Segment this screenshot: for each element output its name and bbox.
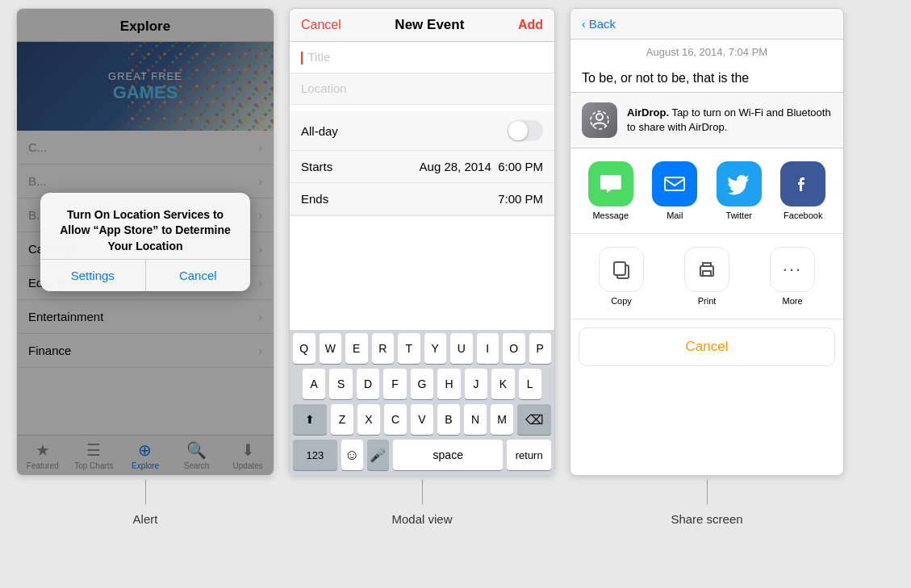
alert-cancel-button[interactable]: Cancel — [146, 260, 251, 291]
more-button[interactable]: ··· More — [770, 247, 815, 306]
svg-rect-4 — [614, 262, 625, 275]
share-cancel-button[interactable]: Cancel — [579, 327, 835, 366]
share-mail-button[interactable]: Mail — [652, 161, 697, 220]
key-s[interactable]: S — [329, 369, 352, 399]
key-v[interactable]: V — [411, 404, 433, 435]
copy-icon — [599, 247, 644, 292]
print-label: Print — [698, 296, 717, 306]
key-m[interactable]: M — [491, 404, 513, 435]
share-content: To be, or not to be, that is the — [570, 65, 843, 92]
twitter-label: Twitter — [726, 211, 752, 220]
key-r[interactable]: R — [372, 333, 395, 364]
allday-row: All-day — [290, 111, 554, 151]
text-cursor — [301, 52, 303, 65]
key-i[interactable]: I — [477, 333, 499, 364]
key-u[interactable]: U — [450, 333, 473, 364]
mail-icon — [652, 161, 697, 206]
key-numbers[interactable]: 123 — [293, 440, 337, 470]
key-d[interactable]: D — [357, 369, 379, 399]
key-t[interactable]: T — [398, 333, 420, 364]
key-o[interactable]: O — [503, 333, 525, 364]
title-placeholder: Title — [307, 50, 330, 64]
location-placeholder: Location — [301, 81, 347, 95]
key-emoji[interactable]: ☺ — [341, 440, 363, 470]
key-z[interactable]: Z — [331, 404, 353, 435]
key-l[interactable]: L — [519, 369, 541, 399]
modal-nav: Cancel New Event Add — [290, 9, 554, 42]
twitter-icon — [717, 161, 762, 206]
share-twitter-button[interactable]: Twitter — [717, 161, 762, 220]
keyboard-row-3: ⬆ Z X C V B N M ⌫ — [290, 401, 554, 436]
key-p[interactable]: P — [529, 333, 552, 364]
key-j[interactable]: J — [465, 369, 487, 399]
alert-buttons: Settings Cancel — [40, 259, 250, 291]
back-bar[interactable]: ‹ Back — [570, 9, 843, 40]
starts-row[interactable]: Starts Aug 28, 2014 6:00 PM — [290, 151, 554, 183]
starts-value: Aug 28, 2014 6:00 PM — [420, 160, 543, 173]
keyboard-row-1: Q W E R T Y U I O P — [290, 330, 554, 365]
ends-label: Ends — [301, 192, 328, 206]
message-icon — [588, 161, 633, 206]
facebook-label: Facebook — [784, 211, 822, 220]
alert-box: Turn On Location Services to Allow “App … — [40, 193, 250, 292]
connector-line — [422, 480, 423, 504]
copy-label: Copy — [611, 296, 632, 306]
key-f[interactable]: F — [383, 369, 406, 399]
modal-cancel-button[interactable]: Cancel — [301, 18, 341, 32]
mail-label: Mail — [667, 211, 683, 220]
alert-title: Turn On Location Services to Allow “App … — [40, 193, 250, 260]
key-space[interactable]: space — [393, 440, 503, 470]
key-g[interactable]: G — [411, 369, 433, 399]
share-facebook-button[interactable]: Facebook — [780, 161, 825, 220]
key-return[interactable]: return — [507, 440, 551, 470]
starts-label: Starts — [301, 160, 332, 173]
alert-screen: Explore GREAT FREE GAMES C...› B...› — [16, 8, 274, 476]
svg-rect-6 — [703, 271, 711, 276]
key-shift[interactable]: ⬆ — [293, 404, 327, 435]
modal-location-field[interactable]: Location — [290, 73, 554, 105]
keyboard: Q W E R T Y U I O P A S D F G H — [290, 330, 554, 475]
key-x[interactable]: X — [357, 404, 380, 435]
panel2-label: Modal view — [391, 512, 452, 526]
print-icon — [684, 247, 729, 292]
key-h[interactable]: H — [437, 369, 460, 399]
key-n[interactable]: N — [464, 404, 487, 435]
panel1-label: Alert — [133, 512, 158, 526]
print-button[interactable]: Print — [684, 247, 729, 306]
key-delete[interactable]: ⌫ — [517, 404, 551, 435]
modal-screen: Cancel New Event Add Title Location All-… — [289, 8, 555, 476]
connector-line — [707, 480, 708, 504]
airdrop-section[interactable]: AirDrop. Tap to turn on Wi-Fi and Blueto… — [570, 92, 843, 148]
svg-point-0 — [596, 114, 603, 120]
airdrop-icon — [582, 102, 617, 138]
key-mic[interactable]: 🎤 — [367, 440, 389, 470]
key-y[interactable]: Y — [424, 333, 447, 364]
key-k[interactable]: K — [491, 369, 514, 399]
key-e[interactable]: E — [345, 333, 368, 364]
share-actions-row: Copy Print ··· Mo — [570, 234, 843, 319]
message-label: Message — [592, 211, 629, 220]
modal-title: New Event — [395, 17, 464, 33]
key-a[interactable]: A — [303, 369, 325, 399]
modal-title-field[interactable]: Title — [290, 42, 554, 73]
svg-rect-2 — [665, 177, 684, 190]
ends-row[interactable]: Ends 7:00 PM — [290, 183, 554, 216]
back-label: Back — [589, 17, 616, 31]
share-message-button[interactable]: Message — [588, 161, 633, 220]
key-q[interactable]: Q — [293, 333, 316, 364]
share-screen: ‹ Back August 16, 2014, 7:04 PM To be, o… — [570, 8, 844, 476]
keyboard-row-4: 123 ☺ 🎤 space return — [290, 436, 554, 475]
back-chevron-icon: ‹ — [582, 18, 586, 31]
more-label: More — [782, 296, 802, 306]
key-c[interactable]: C — [384, 404, 407, 435]
airdrop-text: AirDrop. Tap to turn on Wi-Fi and Blueto… — [627, 106, 832, 135]
connector-line — [145, 480, 146, 504]
modal-add-button[interactable]: Add — [518, 18, 543, 32]
allday-toggle[interactable] — [508, 120, 543, 141]
copy-button[interactable]: Copy — [599, 247, 644, 306]
alert-settings-button[interactable]: Settings — [40, 260, 146, 291]
key-w[interactable]: W — [320, 333, 342, 364]
key-b[interactable]: B — [437, 404, 460, 435]
toggle-knob — [508, 121, 528, 140]
facebook-icon — [780, 161, 825, 206]
